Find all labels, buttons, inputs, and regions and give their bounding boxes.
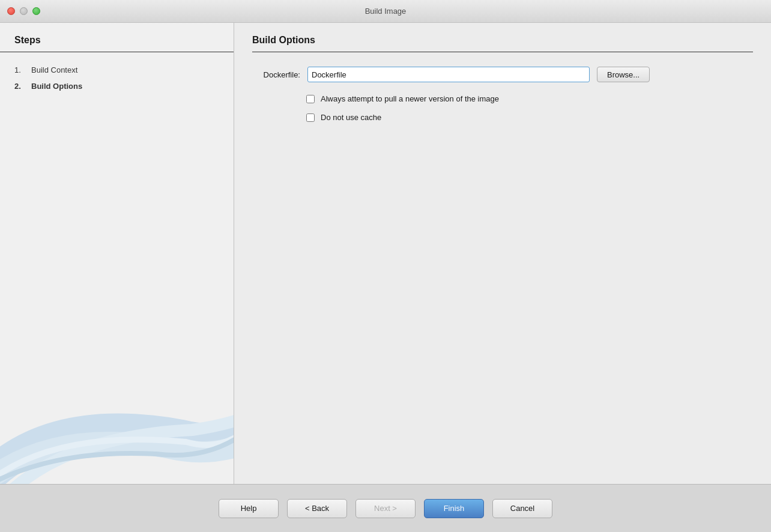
minimize-button[interactable] xyxy=(20,7,28,15)
dockerfile-input[interactable] xyxy=(307,67,590,82)
dockerfile-row: Dockerfile: Browse... xyxy=(252,67,753,82)
no-cache-checkbox[interactable] xyxy=(306,113,315,122)
step-1-number: 1. xyxy=(14,65,26,74)
pull-newer-checkbox[interactable] xyxy=(306,95,315,103)
footer: Help < Back Next > Finish Cancel xyxy=(0,484,771,532)
next-button[interactable]: Next > xyxy=(355,499,416,518)
finish-button[interactable]: Finish xyxy=(424,499,484,518)
step-1-label: Build Context xyxy=(31,65,77,74)
pull-newer-label: Always attempt to pull a newer version o… xyxy=(321,94,499,103)
options-header: Build Options xyxy=(252,35,753,52)
back-button[interactable]: < Back xyxy=(287,499,347,518)
maximize-button[interactable] xyxy=(32,7,40,15)
checkbox-pull-row: Always attempt to pull a newer version o… xyxy=(252,94,753,103)
browse-button[interactable]: Browse... xyxy=(597,67,650,82)
help-button[interactable]: Help xyxy=(219,499,279,518)
steps-header: Steps xyxy=(0,23,234,52)
no-cache-label: Do not use cache xyxy=(321,113,381,122)
steps-panel: Steps 1. Build Context 2. Build Options xyxy=(0,23,234,484)
step-2-number: 2. xyxy=(14,82,26,91)
main-content: Steps 1. Build Context 2. Build Options xyxy=(0,23,771,484)
steps-list: 1. Build Context 2. Build Options xyxy=(0,62,234,94)
options-panel: Build Options Dockerfile: Browse... Alwa… xyxy=(234,23,771,484)
traffic-lights xyxy=(7,7,40,15)
close-button[interactable] xyxy=(7,7,15,15)
step-item-1: 1. Build Context xyxy=(14,62,219,78)
steps-title: Steps xyxy=(14,35,41,45)
cancel-button[interactable]: Cancel xyxy=(492,499,552,518)
dockerfile-label: Dockerfile: xyxy=(252,70,300,79)
step-item-2: 2. Build Options xyxy=(14,78,219,94)
checkbox-cache-row: Do not use cache xyxy=(252,113,753,122)
options-title: Build Options xyxy=(252,35,315,45)
window-title: Build Image xyxy=(365,7,407,16)
title-bar: Build Image xyxy=(0,0,771,23)
steps-illustration xyxy=(0,364,234,484)
step-2-label: Build Options xyxy=(31,82,82,91)
